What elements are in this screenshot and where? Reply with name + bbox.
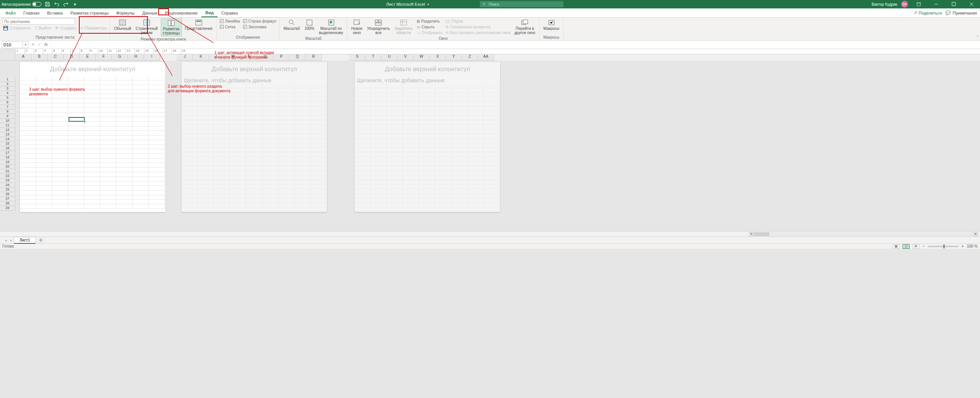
cell[interactable]: [467, 207, 483, 212]
cell[interactable]: [262, 194, 278, 198]
cell[interactable]: [100, 135, 116, 140]
cell[interactable]: [451, 88, 467, 93]
row-header[interactable]: 27: [0, 197, 15, 201]
cell[interactable]: [451, 189, 467, 194]
cell[interactable]: [246, 129, 262, 134]
cell[interactable]: [387, 116, 403, 120]
cell[interactable]: [20, 145, 36, 149]
cell[interactable]: [419, 129, 435, 134]
cell[interactable]: [310, 125, 326, 129]
cell[interactable]: [278, 203, 294, 207]
cell[interactable]: [403, 116, 419, 120]
cell[interactable]: [467, 157, 483, 161]
cell[interactable]: [310, 157, 326, 161]
cell[interactable]: [182, 134, 198, 139]
scroll-thumb[interactable]: [754, 232, 769, 236]
cell[interactable]: [451, 203, 467, 207]
cell[interactable]: [246, 139, 262, 143]
cell[interactable]: [36, 103, 52, 108]
row-header[interactable]: 14: [0, 137, 15, 142]
cell[interactable]: [278, 88, 294, 93]
title-dropdown-icon[interactable]: ▾: [427, 3, 429, 6]
qat-dropdown-icon[interactable]: ▾: [72, 1, 78, 7]
cell[interactable]: [214, 88, 230, 93]
cell[interactable]: [278, 93, 294, 97]
cell[interactable]: [262, 139, 278, 143]
cell[interactable]: [36, 145, 52, 149]
cell[interactable]: [246, 143, 262, 148]
cell[interactable]: [371, 198, 387, 203]
column-header[interactable]: R: [306, 54, 322, 60]
tab-view[interactable]: Вид: [201, 9, 218, 17]
cell[interactable]: [246, 148, 262, 152]
tab-help[interactable]: Справка: [218, 9, 242, 17]
cell[interactable]: [387, 171, 403, 175]
cell[interactable]: [371, 171, 387, 175]
cell[interactable]: [36, 113, 52, 117]
cell[interactable]: [371, 83, 387, 88]
cell[interactable]: [116, 177, 133, 181]
cell[interactable]: [435, 152, 451, 157]
cell[interactable]: [310, 171, 326, 175]
cell[interactable]: [371, 184, 387, 189]
formula-input[interactable]: [51, 41, 980, 48]
cell[interactable]: [230, 106, 246, 111]
cell[interactable]: [36, 204, 52, 209]
cell[interactable]: [100, 177, 116, 181]
cell[interactable]: [435, 129, 451, 134]
cell[interactable]: [387, 143, 403, 148]
cell[interactable]: [133, 181, 149, 186]
cell[interactable]: [214, 184, 230, 189]
cell[interactable]: [419, 97, 435, 102]
cell[interactable]: [133, 131, 149, 135]
cell[interactable]: [84, 85, 100, 90]
cell[interactable]: [419, 125, 435, 129]
cell[interactable]: [68, 108, 84, 113]
cell[interactable]: [133, 135, 149, 140]
cell[interactable]: [133, 126, 149, 131]
cell[interactable]: [246, 93, 262, 97]
cell[interactable]: [467, 175, 483, 180]
cell[interactable]: [214, 129, 230, 134]
cell[interactable]: [52, 135, 68, 140]
cell[interactable]: [84, 117, 100, 122]
cell[interactable]: [435, 116, 451, 120]
cell[interactable]: [310, 83, 326, 88]
column-header[interactable]: C: [47, 54, 64, 60]
cell[interactable]: [483, 171, 499, 175]
cell[interactable]: [483, 102, 499, 106]
cell[interactable]: [278, 171, 294, 175]
cell[interactable]: [371, 161, 387, 166]
cell[interactable]: [116, 126, 133, 131]
cell[interactable]: [84, 99, 100, 103]
cell[interactable]: [20, 76, 36, 80]
cell[interactable]: [198, 120, 214, 125]
cell[interactable]: [246, 97, 262, 102]
cell[interactable]: [419, 157, 435, 161]
cell[interactable]: [419, 139, 435, 143]
cell[interactable]: [278, 129, 294, 134]
cell[interactable]: [310, 148, 326, 152]
column-header[interactable]: Z: [462, 54, 478, 60]
cell[interactable]: [278, 184, 294, 189]
cell[interactable]: [230, 148, 246, 152]
cell[interactable]: [149, 181, 165, 186]
cell[interactable]: [483, 189, 499, 194]
zoom-out-icon[interactable]: −: [923, 244, 925, 248]
cell[interactable]: [262, 102, 278, 106]
cell[interactable]: [198, 184, 214, 189]
cell[interactable]: [310, 203, 326, 207]
cell[interactable]: [149, 99, 165, 103]
cell[interactable]: [84, 113, 100, 117]
cell[interactable]: [262, 143, 278, 148]
cell[interactable]: [230, 129, 246, 134]
cell[interactable]: [230, 102, 246, 106]
cell[interactable]: [230, 175, 246, 180]
cell[interactable]: [214, 106, 230, 111]
cell[interactable]: [403, 134, 419, 139]
cell[interactable]: [84, 168, 100, 172]
arrange-all-button[interactable]: Упорядочить все: [365, 18, 391, 36]
search-input[interactable]: Поиск: [479, 1, 564, 8]
cell[interactable]: [387, 88, 403, 93]
cell[interactable]: [278, 157, 294, 161]
